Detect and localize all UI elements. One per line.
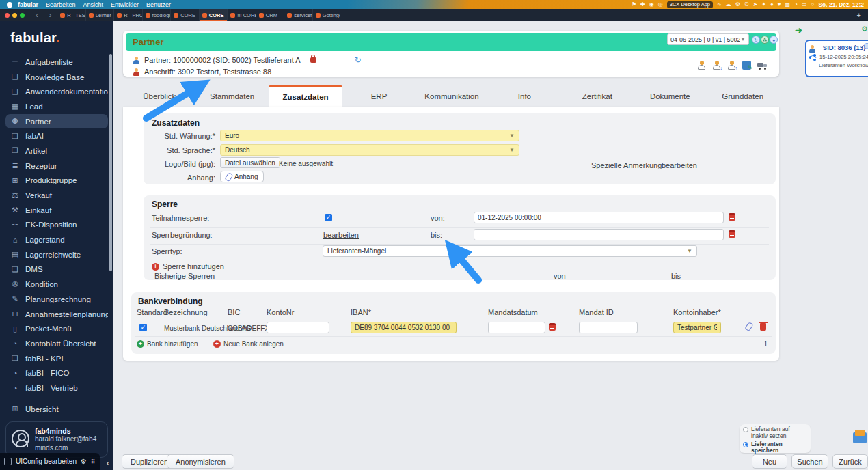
sidebar-collapse-icon[interactable]: ‹ <box>107 458 109 468</box>
sidebar-item-lagerstand[interactable]: ⌂ Lagerstand <box>5 232 108 247</box>
teilnahmesperre-checkbox[interactable]: ✓ <box>325 214 332 221</box>
person-download-icon[interactable]: ↓ <box>712 61 721 70</box>
radio-speichern-row[interactable]: Lieferanten speichern <box>743 441 807 455</box>
workflow-sid-link[interactable]: SID: 8036 (13) <box>819 44 868 51</box>
status-icon-heart[interactable]: ♥ <box>778 1 781 8</box>
sidebar-scrollbar[interactable] <box>109 54 112 271</box>
sprache-select[interactable]: Deutsch ▼ <box>220 144 519 156</box>
apple-menu-icon[interactable] <box>7 2 12 8</box>
tab-kommunikation[interactable]: Kommunikation <box>416 85 488 107</box>
bank-kontonr-input[interactable] <box>267 322 329 333</box>
forward-icon[interactable]: › <box>44 9 57 21</box>
sidebar-item-kontoblatt-uebersicht[interactable]: ◔ Kontoblatt Übersicht <box>5 336 108 351</box>
zurueck-button[interactable]: Zurück <box>832 454 868 469</box>
sidebar-item-rezeptur[interactable]: ≣ Rezeptur <box>5 158 108 174</box>
bank-mandatid-input[interactable] <box>579 322 638 333</box>
status-icon-plus[interactable]: ✚ <box>640 1 645 8</box>
header-refresh-icon[interactable]: ↻ <box>752 36 760 44</box>
status-icon-dot2[interactable]: ◎ <box>658 1 663 8</box>
bank-iban-input[interactable] <box>351 322 457 333</box>
radio-speichern[interactable] <box>743 442 748 447</box>
browser-tab-servicefab[interactable]: servicefab... <box>284 9 312 21</box>
header-info-icon[interactable]: ● <box>770 36 778 44</box>
suchen-button[interactable]: Suchen <box>791 454 828 469</box>
person-upload-icon[interactable]: ↑ <box>727 61 736 70</box>
browser-tab-goettinger[interactable]: Göttinger <box>312 9 341 21</box>
bis-input[interactable] <box>474 229 724 240</box>
sidebar-item-artikel[interactable]: ❐ Artikel <box>5 143 108 158</box>
menu-entwickler[interactable]: Entwickler <box>111 1 139 8</box>
browser-tab-crm[interactable]: CRM <box>256 9 284 21</box>
status-icon-battery[interactable]: ▭ <box>802 1 807 8</box>
browser-tab-r-produ[interactable]: R - PRODU... <box>113 9 142 21</box>
sidebar-item-dms[interactable]: ❏ DMS <box>5 262 108 277</box>
sidebar-item-fabbi-fico[interactable]: ◔ fabBI - FICO <box>5 365 108 381</box>
sidebar-item-ek-disposition[interactable]: ⚏ EK-Disposition <box>5 218 108 233</box>
sidebar-item-verkauf[interactable]: ⚖ Verkauf <box>5 188 108 203</box>
status-icon-volume[interactable]: ◔ <box>794 1 798 8</box>
new-tab-button[interactable]: + <box>850 9 868 21</box>
anonymisieren-button[interactable]: Anonymisieren <box>167 454 234 469</box>
neu-button[interactable]: Neu <box>752 454 787 469</box>
status-icon-record[interactable]: ● <box>770 1 774 8</box>
minimize-window-icon[interactable] <box>12 13 17 18</box>
gear-icon[interactable]: ⚙ <box>81 458 87 465</box>
sidebar-item-aufgabenliste[interactable]: ☰ Aufgabenliste <box>5 55 108 70</box>
bank-mandatsdatum-input[interactable] <box>488 322 545 333</box>
sidebar-item-fabai[interactable]: ❏ fabAI <box>5 128 108 143</box>
von-calendar-icon[interactable] <box>729 213 735 221</box>
status-icon-cloud[interactable]: ☁ <box>726 1 731 8</box>
zoom-window-icon[interactable] <box>20 13 25 18</box>
sidebar-item-produktgruppe[interactable]: ⊞ Produktgruppe <box>5 174 108 189</box>
status-icon-flag[interactable]: ⚑ <box>632 1 636 8</box>
drag-handle-icon[interactable]: ⠿ <box>91 458 96 465</box>
radio-inaktiv[interactable] <box>743 427 748 432</box>
browser-tab-core-3[interactable]: !!! CORE <box>227 9 256 21</box>
browser-tab-foodlogic[interactable]: foodlogic <box>142 9 171 21</box>
tab-erp[interactable]: ERP <box>342 85 415 107</box>
browser-tab-r-test[interactable]: R - TEST <box>57 9 85 21</box>
tab-ueberblick[interactable]: Überblick <box>123 85 195 107</box>
tab-grunddaten[interactable]: Grunddaten <box>707 85 779 107</box>
workflow-card[interactable]: SID: 8036 (13) 15-12-2025 20:05:24 Liefe… <box>805 40 868 77</box>
sidebar-item-uebersicht[interactable]: ⊞ Übersicht <box>5 402 108 417</box>
status-icon-phone[interactable]: ✆ <box>744 1 749 8</box>
browser-tab-core-2[interactable]: CORE <box>199 9 228 21</box>
menu-ansicht[interactable]: Ansicht <box>83 1 104 8</box>
radio-inaktiv-row[interactable]: Lieferanten auf inaktiv setzen <box>743 426 807 440</box>
back-icon[interactable]: ‹ <box>30 9 44 21</box>
bank-standard-checkbox[interactable]: ✓ <box>139 324 147 331</box>
sidebar-item-fabbi-vertrieb[interactable]: ◔ fabBI - Vertrieb <box>5 381 108 396</box>
status-icon-spark[interactable]: ✦ <box>761 1 766 8</box>
menu-benutzer[interactable]: Benutzer <box>146 1 171 8</box>
contact-person-icon[interactable] <box>697 61 706 70</box>
sidebar-item-partner[interactable]: ⚉ Partner <box>5 114 108 129</box>
uiconfig-checkbox[interactable] <box>4 458 12 465</box>
version-select[interactable]: 04-06-2025 | 0 | v1 | 5002 ▼ <box>667 33 749 45</box>
mandatsdatum-calendar-icon[interactable] <box>549 323 556 331</box>
status-icon-wave[interactable]: ∿ <box>717 1 722 8</box>
truck-icon[interactable] <box>757 61 768 70</box>
tab-info[interactable]: Info <box>488 85 560 107</box>
menubar-clock[interactable]: So. 21. Dez. 12:2 <box>818 1 864 8</box>
waehrung-select[interactable]: Euro ▼ <box>220 130 519 141</box>
close-window-icon[interactable] <box>5 13 10 18</box>
tab-stammdaten[interactable]: Stammdaten <box>195 85 268 107</box>
anhang-button[interactable]: Anhang <box>220 171 264 182</box>
neue-bank-anlegen[interactable]: + Neue Bank anlegen <box>213 340 284 348</box>
menu-app-name[interactable]: fabular <box>18 1 38 8</box>
sperre-hinzufuegen[interactable]: + Sperre hinzufügen <box>152 262 224 271</box>
bis-calendar-icon[interactable] <box>729 230 735 238</box>
menu-bearbeiten[interactable]: Bearbeiten <box>46 1 76 8</box>
sperrbegruendung-bearbeiten-link[interactable]: bearbeiten <box>323 231 359 239</box>
anmerkung-bearbeiten-link[interactable]: bearbeiten <box>662 161 697 169</box>
workflow-settings-icon[interactable]: ⚙ <box>861 25 868 33</box>
bank-hinzufuegen[interactable]: + Bank hinzufügen <box>137 340 198 348</box>
status-icon-gear[interactable]: ⚙ <box>735 1 740 8</box>
browser-tab-leimer[interactable]: Leimer <box>85 9 114 21</box>
header-share-icon[interactable]: ⁂ <box>761 36 769 44</box>
sidebar-item-pocket-menu[interactable]: ▯ Pocket-Menü <box>5 321 108 336</box>
sidebar-item-annahmestellenplanung[interactable]: ⊟ Annahmestellenplanung <box>5 307 108 322</box>
sidebar-item-knowledge-base[interactable]: ❏ Knowledge Base <box>5 70 108 85</box>
browser-tab-core-1[interactable]: CORE <box>170 9 199 21</box>
